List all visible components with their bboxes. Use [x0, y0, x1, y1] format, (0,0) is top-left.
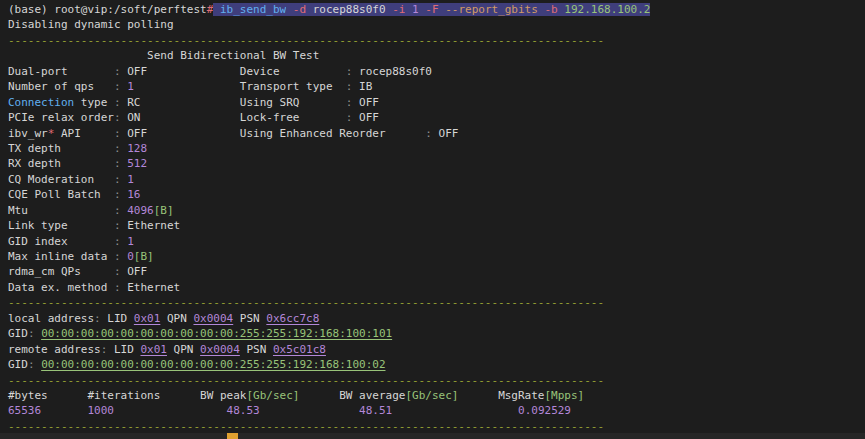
- text-segment: LID: [101, 312, 134, 325]
- separator-line: ----------------------------------------…: [8, 33, 865, 48]
- result-msgrate: 0.092529: [518, 404, 571, 417]
- text-segment: OFF: [432, 127, 459, 140]
- partial-next-line: [0, 433, 865, 439]
- text-segment: 16: [127, 188, 140, 201]
- text-segment: OFF: [352, 96, 379, 109]
- shell-prompt: (base) root@vip:/soft/perftest: [8, 3, 207, 16]
- flag-bidirectional: -b: [544, 3, 557, 16]
- terminal-output[interactable]: (base) root@vip:/soft/perftest# ib_send_…: [0, 0, 865, 439]
- local-qpn: 0x0004: [193, 312, 233, 325]
- text-segment: OFF: [121, 127, 148, 140]
- param-cqe-poll-batch: CQE Poll Batch : 16: [8, 187, 865, 202]
- text-segment: 4096: [127, 204, 154, 217]
- text-segment: [114, 404, 227, 417]
- text-segment: Transport type: [240, 80, 346, 93]
- text-segment: :: [114, 219, 121, 232]
- text-segment: OFF: [121, 65, 148, 78]
- text-segment: PCIe relax order: [8, 111, 114, 124]
- remote-address-line: remote address: LID 0x01 QPN 0x0004 PSN …: [8, 342, 865, 357]
- text-segment: ----------------------------------------…: [8, 34, 604, 47]
- text-segment: :: [28, 327, 35, 340]
- text-segment: :: [425, 127, 432, 140]
- text-segment: IB: [352, 80, 372, 93]
- text-segment: TX depth: [8, 142, 114, 155]
- text-segment: :: [114, 173, 121, 186]
- text-segment: :: [114, 281, 121, 294]
- terminal-cursor: [227, 433, 238, 439]
- text-segment: OFF: [352, 111, 379, 124]
- text-segment: BW peak: [200, 389, 246, 402]
- text-segment: Dual-port: [8, 65, 114, 78]
- text-segment: Device: [240, 65, 346, 78]
- text-segment: Number of qps: [8, 80, 114, 93]
- local-address-line: local address: LID 0x01 QPN 0x0004 PSN 0…: [8, 311, 865, 326]
- text-segment: :: [114, 127, 121, 140]
- text-segment: 1: [127, 173, 134, 186]
- param-ibvwr-reorder: ibv_wr* API : OFF Using Enhanced Reorder…: [8, 126, 865, 141]
- text-segment: [140, 111, 239, 124]
- text-segment: Using Enhanced Reorder: [240, 127, 425, 140]
- text-segment: PSN: [240, 343, 273, 356]
- separator-line: ----------------------------------------…: [8, 373, 865, 388]
- text-segment: :: [94, 312, 101, 325]
- text-segment: ibv_wr: [8, 127, 48, 140]
- text-segment: [41, 404, 87, 417]
- remote-qpn: 0x0004: [200, 343, 240, 356]
- result-bw-peak: 48.53: [227, 404, 260, 417]
- text-segment: :: [114, 250, 121, 263]
- text-segment: :: [114, 265, 121, 278]
- text-segment: Using SRQ: [240, 96, 346, 109]
- flag-report-gbits: --report_gbits: [445, 3, 538, 16]
- param-mtu: Mtu : 4096[B]: [8, 203, 865, 218]
- param-max-inline: Max inline data : 0[B]: [8, 249, 865, 264]
- local-lid: 0x01: [134, 312, 161, 325]
- text-segment: type: [74, 96, 114, 109]
- text-segment: GID: [8, 358, 28, 371]
- arg-index: 1: [412, 3, 419, 16]
- text-segment: Ethernet: [121, 281, 181, 294]
- param-qps-transport: Number of qps : 1 Transport type : IB: [8, 79, 865, 94]
- text-segment: 1: [127, 80, 134, 93]
- text-segment: QPN: [160, 312, 193, 325]
- text-segment: CQE Poll Batch: [8, 188, 114, 201]
- results-values-line: 65536 1000 48.53 48.51 0.092529: [8, 403, 865, 418]
- text-segment: :: [114, 80, 121, 93]
- text-segment: OFF: [121, 265, 148, 278]
- text-segment: BW average: [339, 389, 405, 402]
- text-segment: Disabling dynamic polling: [8, 18, 174, 31]
- text-segment: API: [54, 127, 114, 140]
- flag-device: -d: [293, 3, 306, 16]
- text-segment: Link type: [8, 219, 114, 232]
- text-segment: 512: [127, 157, 147, 170]
- text-segment: 128: [127, 142, 147, 155]
- param-connection-srq: Connection type : RC Using SRQ : OFF: [8, 95, 865, 110]
- text-segment: Max inline data: [8, 250, 114, 263]
- text-segment: ----------------------------------------…: [8, 420, 604, 433]
- text-segment: ----------------------------------------…: [8, 374, 604, 387]
- result-bw-average: 48.51: [359, 404, 392, 417]
- text-segment: MsgRate: [498, 389, 544, 402]
- text-segment: 1: [127, 235, 134, 248]
- text-segment: #bytes #iterations: [8, 389, 200, 402]
- text-segment: [392, 404, 518, 417]
- text-segment: :: [114, 204, 121, 217]
- results-header-line: #bytes #iterations BW peak[Gb/sec] BW av…: [8, 388, 865, 403]
- text-segment: QPN: [167, 343, 200, 356]
- param-pcie-lockfree: PCIe relax order: ON Lock-free : OFF: [8, 110, 865, 125]
- text-segment: [Mpps]: [544, 389, 584, 402]
- param-rdmacm-qps: rdma_cm QPs : OFF: [8, 264, 865, 279]
- text-segment: LID: [107, 343, 140, 356]
- text-segment: [286, 3, 293, 16]
- remote-psn: 0x5c01c8: [273, 343, 326, 356]
- text-segment: RX depth: [8, 157, 114, 170]
- text-segment: [260, 404, 359, 417]
- text-segment: 0: [127, 250, 134, 263]
- remote-gid-line: GID: 00:00:00:00:00:00:00:00:00:00:255:2…: [8, 357, 865, 372]
- param-cq-moderation: CQ Moderation : 1: [8, 172, 865, 187]
- text-segment: Ethernet: [121, 219, 181, 232]
- text-segment: :: [28, 358, 35, 371]
- remote-gid: 00:00:00:00:00:00:00:00:00:00:255:255:19…: [41, 358, 385, 371]
- text-segment: Connection: [8, 96, 74, 109]
- text-segment: ----------------------------------------…: [8, 296, 604, 309]
- text-segment: [134, 80, 240, 93]
